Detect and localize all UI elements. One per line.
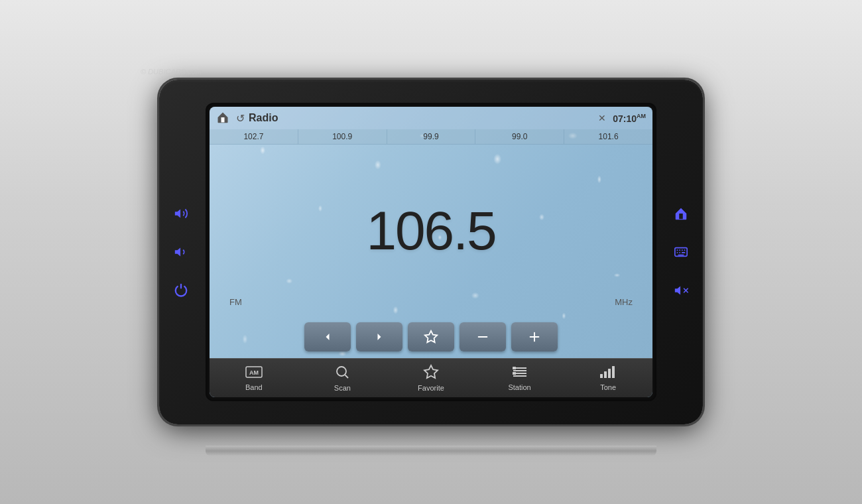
svg-rect-18 [608,369,611,378]
unit-label: MHz [615,297,633,307]
svg-line-8 [345,375,349,379]
svg-rect-2 [478,336,488,338]
svg-rect-15 [513,372,516,375]
band-label: FM [229,297,242,307]
tone-icon [599,365,617,381]
station-nav-label: Station [508,383,530,391]
frequency-display: FM 106.5 MHz [210,145,652,317]
svg-rect-17 [604,371,607,378]
svg-marker-9 [424,365,438,378]
band-nav-label: Band [245,383,263,391]
car-unit: © DUBICARS.com [133,60,729,444]
nav-scan[interactable]: Scan [298,359,387,397]
prev-button[interactable] [304,322,351,351]
favorite-nav-icon [423,364,439,382]
back-icon[interactable]: ↺ [236,112,245,125]
preset-4[interactable]: 99.0 [475,129,564,144]
svg-rect-16 [600,374,603,378]
svg-point-7 [337,367,346,376]
volume-up-button[interactable] [171,204,191,223]
frequency-value: 106.5 [366,204,495,258]
bottom-nav: AM Band Scan [210,358,652,397]
screen-title: Radio [249,112,598,124]
preset-5[interactable]: 101.6 [564,129,652,144]
svg-text:AM: AM [249,369,259,376]
home-icon[interactable] [216,111,231,125]
watermark-text: © DUBICARS.com [141,68,202,76]
presets-bar: 102.7 100.9 99.9 99.0 101.6 [210,129,652,145]
nav-band[interactable]: AM Band [210,359,298,397]
preset-3[interactable]: 99.9 [387,129,476,144]
power-button[interactable] [171,281,191,300]
station-icon [511,365,528,381]
svg-marker-1 [425,331,437,342]
minus-button[interactable] [460,322,506,351]
plus-button[interactable] [511,322,558,351]
right-side-buttons [671,204,691,300]
nav-station[interactable]: Station [475,359,564,397]
preset-1[interactable]: 102.7 [210,129,298,144]
screen-bezel: ↺ Radio ✕ 07:10AM 102.7 100.9 99.9 99.0 … [206,103,656,401]
scan-icon [334,364,350,382]
close-button[interactable]: ✕ [598,113,606,123]
svg-rect-19 [612,366,615,378]
screen: ↺ Radio ✕ 07:10AM 102.7 100.9 99.9 99.0 … [210,107,652,397]
preset-2[interactable]: 100.9 [298,129,387,144]
favorite-nav-label: Favorite [418,384,444,392]
band-icon: AM [245,365,263,381]
nav-favorite[interactable]: Favorite [387,359,475,397]
svg-rect-14 [513,367,516,369]
header-bar: ↺ Radio ✕ 07:10AM [210,107,652,129]
tone-nav-label: Tone [600,383,616,391]
volume-down-button[interactable] [171,242,191,262]
clock-display: 07:10AM [613,113,646,124]
mute-button[interactable] [671,281,691,300]
scan-nav-label: Scan [334,384,351,392]
favorite-button[interactable] [408,322,454,351]
controls-row [210,317,652,358]
right-home-button[interactable] [671,204,691,223]
keyboard-button[interactable] [671,242,691,262]
next-button[interactable] [356,322,402,351]
svg-rect-4 [530,336,540,338]
left-side-buttons [171,204,191,300]
outer-bezel: ↺ Radio ✕ 07:10AM 102.7 100.9 99.9 99.0 … [159,80,703,424]
bottom-trim [206,446,656,456]
nav-tone[interactable]: Tone [564,359,652,397]
